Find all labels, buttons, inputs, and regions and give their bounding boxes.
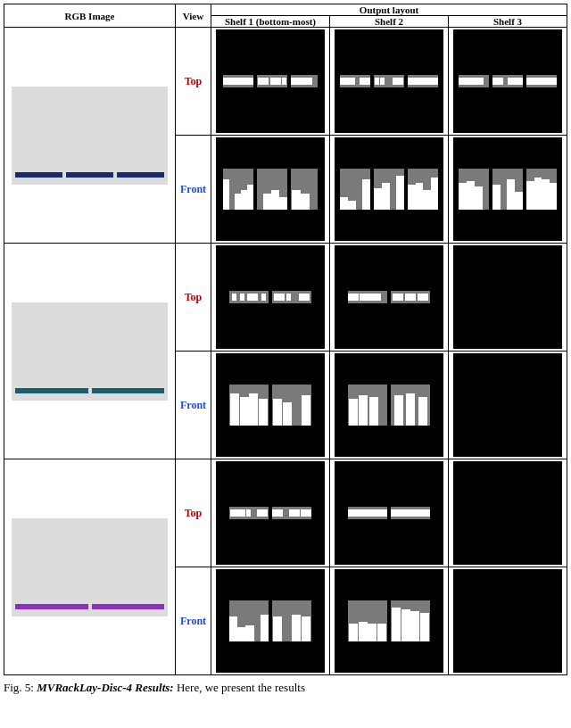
box-item [358,509,368,517]
shelf-bay [291,75,318,87]
output-cell [449,567,567,675]
output-cell [211,459,330,567]
box-item [362,179,370,210]
shelf-bay [374,75,404,87]
box-item [408,185,416,210]
box-item [417,78,426,85]
box-item [377,624,386,641]
shelf-bay [272,507,311,519]
box-item [292,615,301,641]
box-item [289,509,300,517]
box-item [375,78,379,85]
shelf-bay [229,507,269,519]
box-item [247,185,253,210]
box-item [272,509,283,517]
rgb-image-cell [4,244,176,459]
shelf-bay [348,291,387,303]
box-item [301,194,310,210]
output-cell [330,567,449,675]
box-item [359,622,368,641]
box-item [247,294,258,301]
box-item [391,509,401,517]
box-item [292,190,301,210]
box-item [249,393,258,426]
shelf-bay [408,75,438,87]
box-item [243,78,253,85]
box-item [360,78,370,85]
box-item [550,78,558,85]
box-item [492,78,503,85]
shelf-bay [272,385,311,426]
col-rgb: RGB Image [4,4,176,28]
output-cell [449,28,567,136]
shelf-bay [340,169,370,210]
box-item [302,395,310,426]
shelf-bay [492,75,523,87]
box-item [340,78,351,85]
output-cell [211,567,330,675]
box-item [370,294,381,301]
box-item [241,509,245,517]
box-item [492,185,501,210]
layout-tile [453,29,562,133]
view-label-front: Front [176,136,211,244]
box-item [348,201,356,210]
box-item [394,395,403,426]
output-cell [330,459,449,567]
box-item [475,186,483,210]
box-item [410,611,419,641]
box-item [429,78,438,85]
box-item [410,509,420,517]
box-item [273,616,282,641]
layout-tile [335,137,443,241]
box-item [550,183,558,210]
box-item [360,294,370,301]
output-cell [211,352,330,459]
output-cell [330,28,449,136]
shelf-bay [348,385,387,426]
box-item [408,78,417,85]
box-item [263,194,271,210]
view-label-top: Top [176,459,211,567]
shelf-bay [229,385,269,426]
layout-tile [216,29,325,133]
box-item [416,183,424,210]
output-cell [211,244,330,352]
box-item [241,190,247,210]
box-item [368,509,377,517]
box-item [240,397,249,426]
box-item [349,399,358,426]
box-item [348,294,359,301]
shelf-bay [391,291,430,303]
output-cell [449,352,567,459]
shelf-bay [526,169,557,210]
box-item [351,78,355,85]
col-shelf2: Shelf 2 [330,16,449,28]
output-cell [330,136,449,244]
figure-caption: Fig. 5: MVRackLay-Disc-4 Results: Here, … [4,681,571,696]
box-item [340,197,348,210]
shelf-bay [257,75,287,87]
box-item [283,402,292,426]
box-item [245,625,253,641]
box-item [259,399,268,426]
layout-tile [335,245,443,349]
box-item [431,178,439,210]
box-item [302,78,312,85]
shelf-bay [272,600,311,641]
shelf-bay [459,75,489,87]
box-item [349,624,358,641]
view-label-top: Top [176,28,211,136]
box-item [301,509,311,517]
layout-tile [335,353,443,457]
box-item [401,609,410,641]
shelf-bay [526,75,557,87]
layout-tile [216,245,325,349]
rgb-image-cell [4,28,176,244]
box-item [518,78,523,85]
box-item [467,181,475,210]
shelf-bay [272,291,311,303]
layout-tile [453,353,562,457]
box-item [418,397,427,426]
col-outputs: Output layout [211,4,567,16]
